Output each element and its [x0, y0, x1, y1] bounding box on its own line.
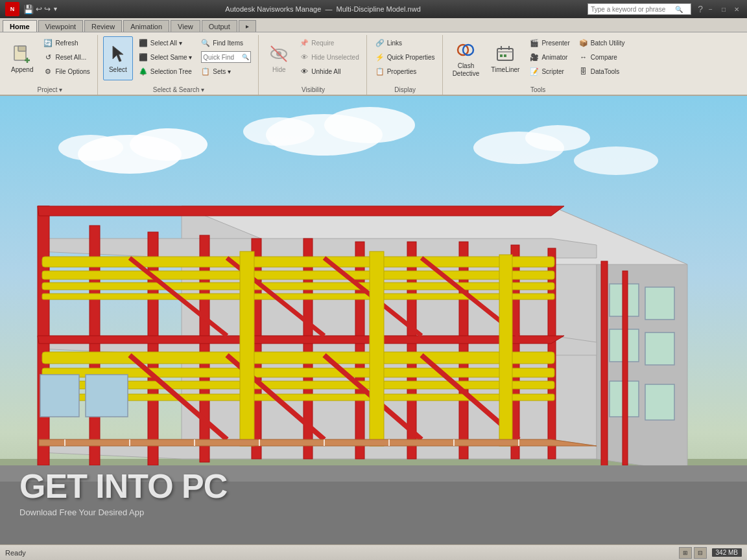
viewport[interactable]: GET INTO PC Download Free Your Desired A… [0, 96, 747, 544]
watermark-subtext: Download Free Your Desired App [19, 508, 144, 517]
svg-rect-1 [18, 46, 26, 51]
batch-utility-label: Batch Utility [591, 40, 625, 47]
tab-home[interactable]: Home [3, 20, 37, 32]
batch-utility-button[interactable]: 📦 Batch Utility [576, 36, 628, 49]
sets-button[interactable]: 📋 Sets ▾ [198, 65, 254, 78]
select-same-label: Select Same ▾ [150, 54, 192, 61]
presenter-button[interactable]: 🎬 Presenter [527, 36, 573, 49]
ribbon-group-tools: ClashDetective TimeLiner [444, 35, 632, 95]
links-button[interactable]: 🔗 Links [372, 36, 438, 49]
svg-point-23 [574, 146, 658, 175]
selection-tree-label: Selection Tree [150, 68, 192, 75]
svg-point-19 [324, 107, 415, 143]
tab-bar: Home Viewpoint Review Animation View Out… [0, 18, 747, 32]
title-right-controls: 🔍 ? − □ ✕ [587, 3, 742, 15]
hide-button[interactable]: Hide [264, 36, 294, 80]
close-button[interactable]: ✕ [731, 5, 742, 14]
toolbar-dropdown[interactable]: ▼ [53, 6, 58, 12]
minimize-button[interactable]: − [706, 5, 716, 14]
tab-output[interactable]: Output [202, 20, 237, 32]
reset-icon: ↺ [43, 52, 53, 62]
svg-rect-63 [499, 255, 512, 446]
select-icon [108, 43, 128, 64]
svg-rect-13 [500, 54, 503, 57]
svg-rect-49 [42, 257, 554, 267]
datatools-icon: 🗄 [579, 67, 588, 76]
app-logo: N [5, 2, 19, 16]
status-icon-1[interactable]: ⊞ [679, 547, 692, 559]
find-col: 🔍 Find Items 🔍 📋 Sets ▾ [198, 36, 254, 78]
svg-point-20 [243, 117, 314, 146]
timeliner-label: TimeLiner [491, 66, 519, 74]
redo-icon[interactable]: ↪ [44, 5, 51, 14]
quickfind-icon: 🔍 [242, 54, 249, 60]
undo-icon[interactable]: ↩ [36, 5, 42, 14]
animator-button[interactable]: 🎥 Animator [527, 51, 573, 64]
reset-all-button[interactable]: ↺ Reset All... [40, 51, 93, 64]
help-icon[interactable]: ? [698, 4, 703, 14]
select-all-button[interactable]: ⬛ Select All ▾ [136, 36, 195, 49]
refresh-button[interactable]: 🔄 Refresh [40, 36, 93, 49]
tab-view[interactable]: View [171, 20, 200, 32]
search-box[interactable]: 🔍 [587, 3, 691, 15]
svg-rect-14 [504, 54, 506, 57]
append-button[interactable]: Append [6, 36, 38, 80]
quickfind-box[interactable]: 🔍 [201, 51, 251, 63]
links-icon: 🔗 [375, 38, 385, 47]
unhide-all-icon: 👁 [300, 67, 309, 76]
require-button[interactable]: 📌 Require [296, 36, 362, 49]
datatools-button[interactable]: 🗄 DataTools [576, 65, 628, 78]
tab-extra[interactable]: ▸ [239, 20, 256, 32]
status-bar: Ready ⊞ ⊟ 342 MB [0, 544, 747, 560]
ribbon-content: Append 🔄 Refresh ↺ Reset All... ⚙ File O… [0, 32, 747, 95]
title-bar: N 💾 ↩ ↪ ▼ Autodesk Navisworks Manage — M… [0, 0, 747, 18]
properties-button[interactable]: 📋 Properties [372, 65, 438, 78]
unhide-all-button[interactable]: 👁 Unhide All [296, 65, 362, 78]
tab-animation[interactable]: Animation [123, 20, 169, 32]
status-icon-2[interactable]: ⊟ [694, 547, 707, 559]
file-options-button[interactable]: ⚙ File Options [40, 65, 93, 78]
batch-utility-icon: 📦 [579, 38, 588, 47]
file-size: 342 MB [712, 548, 742, 557]
find-items-label: Find Items [213, 40, 243, 47]
quick-properties-icon: ⚡ [375, 52, 385, 62]
unhide-all-label: Unhide All [311, 68, 340, 75]
hide-icon [268, 43, 289, 64]
search-input[interactable] [591, 6, 675, 13]
select-same-button[interactable]: ⬛ Select Same ▾ [136, 51, 195, 64]
restore-button[interactable]: □ [718, 5, 729, 14]
find-items-button[interactable]: 🔍 Find Items [198, 36, 254, 49]
svg-marker-44 [38, 336, 564, 344]
svg-rect-45 [42, 352, 554, 364]
save-icon[interactable]: 💾 [23, 5, 34, 14]
display-col: 🔗 Links ⚡ Quick Properties 📋 Properties [372, 36, 438, 78]
animator-label: Animator [541, 54, 567, 61]
svg-rect-35 [200, 235, 209, 462]
select-items: Select ⬛ Select All ▾ ⬛ Select Same ▾ 🌲 … [103, 36, 254, 85]
find-icon: 🔍 [201, 38, 210, 47]
scripter-button[interactable]: 📝 Scripter [527, 65, 573, 78]
svg-rect-62 [370, 251, 384, 446]
tools-group-label: Tools [448, 85, 628, 95]
svg-rect-73 [40, 375, 79, 417]
select-same-icon: ⬛ [139, 52, 148, 62]
compare-button[interactable]: ↔ Compare [576, 51, 628, 64]
clash-detective-button[interactable]: ClashDetective [448, 36, 484, 80]
scripter-icon: 📝 [530, 67, 539, 76]
tools-items: ClashDetective TimeLiner [448, 36, 628, 85]
quickfind-input[interactable] [203, 54, 242, 61]
tools-col1: 🎬 Presenter 🎥 Animator 📝 Scripter [527, 36, 573, 78]
hide-unselected-button[interactable]: 👁 Hide Unselected [296, 51, 362, 64]
quick-properties-button[interactable]: ⚡ Quick Properties [372, 51, 438, 64]
status-text: Ready [5, 549, 26, 557]
selection-tree-button[interactable]: 🌲 Selection Tree [136, 65, 195, 78]
clash-detective-icon [455, 40, 476, 60]
hide-unselected-label: Hide Unselected [311, 54, 359, 61]
select-button[interactable]: Select [103, 36, 133, 80]
timeliner-button[interactable]: TimeLiner [486, 36, 524, 80]
tab-review[interactable]: Review [84, 20, 122, 32]
clash-detective-label: ClashDetective [453, 62, 480, 78]
tab-viewpoint[interactable]: Viewpoint [38, 20, 84, 32]
svg-rect-78 [645, 332, 674, 365]
svg-rect-50 [42, 271, 554, 279]
